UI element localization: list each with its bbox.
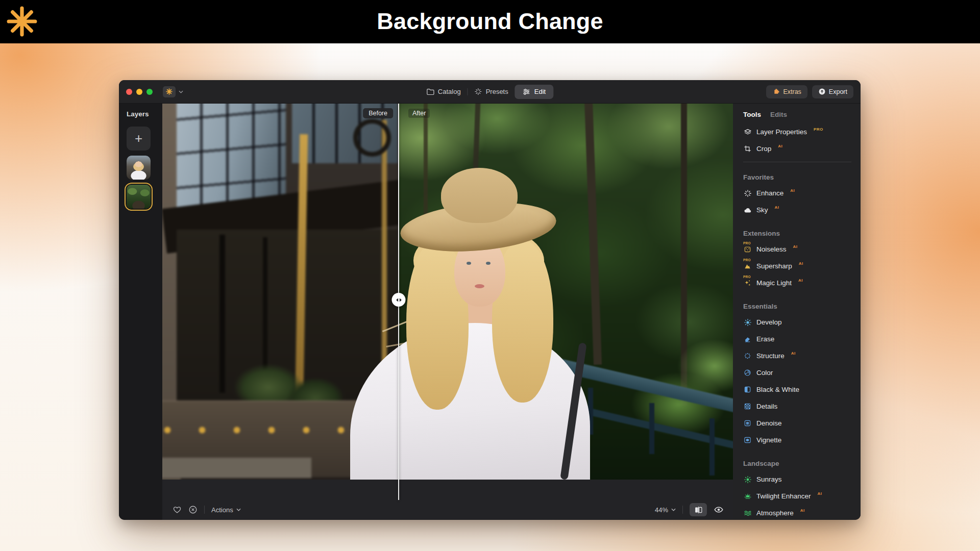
mode-tabs: Catalog Presets Edit xyxy=(426,85,553,99)
compare-divider[interactable] xyxy=(398,104,399,500)
chevron-down-icon xyxy=(236,508,241,511)
tool-color[interactable]: Color xyxy=(743,364,853,381)
minimize-button[interactable] xyxy=(136,89,142,95)
toolbar-divider xyxy=(682,506,683,514)
export-icon xyxy=(818,88,826,95)
folder-icon xyxy=(426,88,434,96)
after-label: After xyxy=(408,109,430,118)
tab-tools[interactable]: Tools xyxy=(743,111,761,118)
luminar-logo-icon xyxy=(6,6,38,37)
tool-label: Layer Properties xyxy=(756,128,807,136)
tool-label: Sunrays xyxy=(756,475,782,483)
favorite-button[interactable] xyxy=(173,505,182,514)
black-white-icon xyxy=(743,385,752,394)
tool-enhance[interactable]: Enhance AI xyxy=(743,185,853,202)
tool-crop[interactable]: Crop AI xyxy=(743,140,853,157)
pro-icon-badge: PRO xyxy=(743,275,751,279)
eye-shape xyxy=(486,262,491,265)
tab-edit[interactable]: Edit xyxy=(515,85,553,99)
details-checker-icon xyxy=(743,402,752,411)
tab-presets[interactable]: Presets xyxy=(475,88,508,95)
structure-dots-icon xyxy=(743,352,752,360)
tool-layer-properties[interactable]: Layer Properties PRO xyxy=(743,123,853,140)
traffic-lights xyxy=(126,89,153,95)
zoom-level: 44% xyxy=(655,506,668,514)
tool-atmosphere[interactable]: Atmosphere AI xyxy=(743,505,853,520)
layer-thumbnail-original[interactable] xyxy=(127,156,151,180)
tool-supersharp[interactable]: PRO Supersharp AI xyxy=(743,258,853,274)
lips-shape xyxy=(475,284,484,288)
tool-sunrays[interactable]: Sunrays xyxy=(743,471,853,488)
pro-badge: PRO xyxy=(814,127,823,132)
compare-slider-handle[interactable] xyxy=(392,293,406,307)
tool-details[interactable]: Details xyxy=(743,398,853,415)
add-layer-button[interactable]: + xyxy=(127,127,151,151)
sparkle-icon xyxy=(475,88,482,95)
tool-label: Denoise xyxy=(756,419,782,427)
app-menu-button[interactable] xyxy=(163,86,176,97)
circle-x-icon xyxy=(188,505,198,514)
compare-toggle-button[interactable] xyxy=(690,503,707,516)
actions-dropdown[interactable]: Actions xyxy=(211,506,241,514)
preview-toggle-button[interactable] xyxy=(714,505,724,515)
tool-label: Magic Light xyxy=(756,279,792,287)
tool-label: Color xyxy=(756,369,773,377)
pro-icon-badge: PRO xyxy=(743,258,751,262)
tool-label: Structure xyxy=(756,352,785,360)
hat-crown xyxy=(441,168,518,223)
tool-label: Supersharp xyxy=(756,262,792,270)
tool-vignette[interactable]: Vignette xyxy=(743,432,853,448)
cloud-icon xyxy=(743,206,752,214)
ai-badge: AI xyxy=(799,261,803,266)
sidebar-tabs: Tools Edits xyxy=(743,111,853,118)
tab-edit-label: Edit xyxy=(534,88,546,95)
chevron-down-icon[interactable] xyxy=(179,90,183,93)
tool-label: Noiseless xyxy=(756,245,787,253)
tab-edits[interactable]: Edits xyxy=(770,111,787,118)
header-bar: Background Change xyxy=(0,0,980,43)
close-button[interactable] xyxy=(126,89,132,95)
tab-catalog[interactable]: Catalog xyxy=(426,88,461,96)
ai-badge: AI xyxy=(778,144,782,148)
bottom-toolbar: Actions 44% xyxy=(162,499,733,520)
toolbar-divider xyxy=(468,88,468,95)
tool-black-white[interactable]: Black & White xyxy=(743,381,853,398)
crop-icon xyxy=(743,144,752,153)
before-label: Before xyxy=(363,108,393,118)
reject-button[interactable] xyxy=(188,505,198,514)
tool-twilight-enhancer[interactable]: Twilight Enhancer AI xyxy=(743,488,853,505)
layers-panel: Layers + xyxy=(119,104,162,520)
extras-button[interactable]: Extras xyxy=(766,85,807,98)
eraser-icon xyxy=(743,335,752,343)
ai-badge: AI xyxy=(798,278,803,283)
tool-noiseless[interactable]: PRO Noiseless AI xyxy=(743,241,853,258)
export-button[interactable]: Export xyxy=(812,85,853,98)
vignette-icon xyxy=(743,436,752,444)
ai-badge: AI xyxy=(790,188,795,193)
page-title: Background Change xyxy=(377,8,603,34)
tool-develop[interactable]: Develop xyxy=(743,314,853,331)
chevron-down-icon xyxy=(671,508,676,511)
sliders-icon xyxy=(523,88,531,96)
titlebar-actions: Extras Export xyxy=(766,85,853,98)
tool-structure[interactable]: Structure AI xyxy=(743,347,853,364)
section-favorites: Favorites xyxy=(743,169,853,185)
tool-erase[interactable]: Erase xyxy=(743,331,853,347)
fullscreen-button[interactable] xyxy=(146,89,153,95)
left-right-arrows-icon xyxy=(395,298,402,302)
section-landscape: Landscape xyxy=(743,456,853,471)
zoom-dropdown[interactable]: 44% xyxy=(655,506,676,514)
tool-label: Vignette xyxy=(756,436,781,444)
tool-magic-light[interactable]: PRO Magic Light AI xyxy=(743,274,853,291)
denoise-icon xyxy=(743,419,752,428)
layer-thumbnail-edited[interactable] xyxy=(127,185,151,209)
export-label: Export xyxy=(829,88,847,95)
tab-presets-label: Presets xyxy=(486,88,508,95)
tool-denoise[interactable]: Denoise xyxy=(743,415,853,432)
tool-label: Erase xyxy=(756,335,774,343)
tab-catalog-label: Catalog xyxy=(438,88,461,95)
canvas-gap xyxy=(162,480,733,499)
tool-sky[interactable]: Sky AI xyxy=(743,202,853,218)
ai-badge: AI xyxy=(800,508,805,513)
tool-label: Twilight Enhancer xyxy=(756,492,811,500)
